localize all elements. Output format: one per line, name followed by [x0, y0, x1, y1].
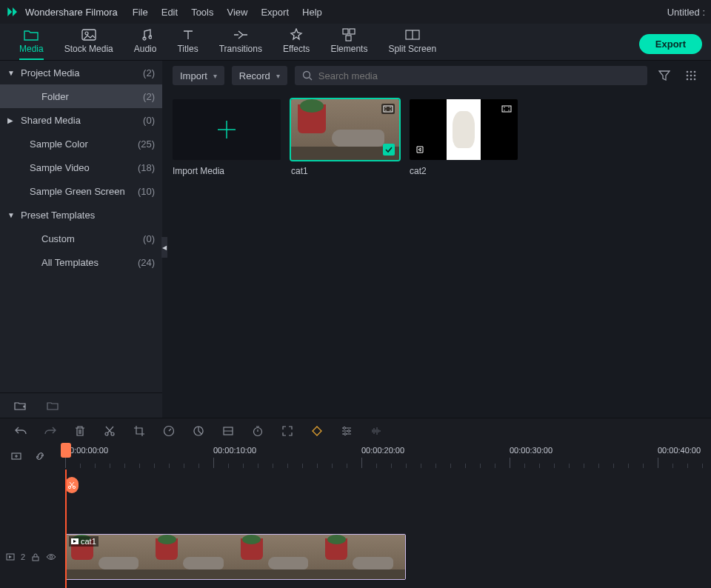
card-label: Import Media [173, 166, 281, 176]
delete-button[interactable] [73, 424, 87, 438]
green-screen-button[interactable] [221, 424, 236, 438]
sidebar-item-sample-video[interactable]: Sample Video(18) [0, 156, 162, 179]
menu-edit[interactable]: Edit [161, 7, 178, 18]
menu-export[interactable]: Export [261, 7, 289, 18]
document-title: Untitled : [667, 7, 705, 18]
undo-button[interactable] [13, 424, 28, 438]
plus-icon [213, 116, 240, 143]
import-media-card[interactable]: Import Media [173, 99, 281, 176]
search-input[interactable] [318, 70, 640, 81]
folder-button[interactable] [43, 396, 62, 415]
tab-elements[interactable]: Elements [320, 25, 378, 60]
export-button[interactable]: Export [639, 34, 702, 54]
track-add-button[interactable] [9, 449, 24, 464]
fullscreen-button[interactable] [280, 424, 295, 438]
cut-button[interactable] [102, 424, 117, 438]
lock-icon[interactable] [31, 552, 40, 561]
tab-transitions[interactable]: Transitions [209, 25, 273, 60]
sidebar-item-sample-green-screen[interactable]: Sample Green Screen(10) [0, 179, 162, 203]
svg-point-24 [390, 107, 390, 107]
menu-view[interactable]: View [227, 7, 247, 18]
sidebar-item-folder[interactable]: Folder(2) [0, 84, 162, 108]
collapse-sidebar-handle[interactable]: ◀ [161, 237, 167, 258]
transition-icon [233, 28, 248, 41]
speed-button[interactable] [161, 424, 176, 438]
sidebar-item-shared-media[interactable]: ▶Shared Media(0) [0, 108, 162, 132]
tab-label: Effects [283, 44, 310, 54]
tab-effects[interactable]: Effects [273, 25, 320, 60]
tab-label: Split Screen [388, 44, 436, 54]
chevron-down-icon: ▾ [276, 72, 280, 80]
menu-help[interactable]: Help [302, 7, 322, 18]
add-to-timeline-icon[interactable] [414, 144, 426, 156]
sidebar-item-sample-color[interactable]: Sample Color(25) [0, 132, 162, 156]
redo-button[interactable] [43, 424, 58, 438]
cut-marker[interactable] [65, 477, 79, 493]
media-card-cat2[interactable]: cat2 [410, 99, 518, 176]
svg-point-10 [690, 71, 692, 73]
import-dropdown[interactable]: Import▾ [173, 66, 224, 85]
svg-point-31 [508, 110, 509, 110]
sidebar-list: ▼Project Media(2) Folder(2) ▶Shared Medi… [0, 61, 162, 392]
svg-point-13 [690, 75, 692, 77]
keyframe-button[interactable] [310, 424, 324, 438]
video-track[interactable]: 2 cat1 [0, 530, 711, 584]
folder-icon [24, 28, 39, 41]
media-card-cat1[interactable]: cat1 [291, 99, 399, 176]
svg-point-39 [348, 430, 350, 432]
media-thumb[interactable] [291, 99, 399, 160]
sidebar-item-custom[interactable]: Custom(0) [0, 227, 162, 250]
media-thumb[interactable] [410, 99, 518, 160]
sidebar: ▼Project Media(2) Folder(2) ▶Shared Medi… [0, 61, 162, 418]
sidebar-item-project-media[interactable]: ▼Project Media(2) [0, 61, 162, 84]
tab-label: Media [19, 44, 44, 54]
timeline-clip-cat1[interactable]: cat1 [65, 534, 406, 580]
tab-media[interactable]: Media [9, 25, 54, 60]
svg-point-46 [50, 555, 53, 558]
timeline-toolbar [0, 418, 711, 443]
titlebar: Wondershare Filmora File Edit Tools View… [0, 0, 711, 24]
svg-rect-3 [350, 29, 355, 34]
svg-point-9 [687, 71, 689, 73]
sidebar-bottom-toolbar [0, 392, 162, 418]
tab-titles[interactable]: Titles [167, 25, 208, 60]
clip-title: cat1 [69, 536, 99, 547]
color-button[interactable] [191, 424, 206, 438]
grid-view-button[interactable] [681, 66, 701, 85]
import-thumb[interactable] [173, 99, 281, 160]
new-folder-button[interactable] [10, 396, 30, 415]
link-button[interactable] [33, 449, 47, 464]
tab-split-screen[interactable]: Split Screen [378, 25, 447, 60]
image-icon [81, 28, 96, 41]
crop-button[interactable] [132, 424, 147, 438]
timeline-ruler[interactable]: 00:00:00:0000:00:10:0000:00:20:0000:00:3… [65, 443, 711, 470]
svg-point-16 [690, 78, 692, 81]
marker-zone [0, 470, 711, 501]
audio-button[interactable] [369, 424, 384, 438]
menu-file[interactable]: File [133, 7, 148, 18]
playhead[interactable] [65, 470, 67, 588]
media-area: ◀ Import▾ Record▾ Import Media [162, 61, 711, 418]
video-track-icon [6, 552, 15, 561]
menu-tools[interactable]: Tools [191, 7, 213, 18]
sidebar-item-preset-templates[interactable]: ▼Preset Templates [0, 203, 162, 227]
svg-point-11 [694, 71, 696, 73]
tab-audio[interactable]: Audio [124, 25, 167, 60]
adjust-button[interactable] [339, 424, 354, 438]
tab-label: Audio [134, 44, 157, 54]
svg-point-7 [303, 72, 310, 78]
filter-button[interactable] [655, 66, 674, 85]
sidebar-item-all-templates[interactable]: All Templates(24) [0, 250, 162, 274]
svg-point-38 [344, 427, 346, 429]
record-dropdown[interactable]: Record▾ [232, 66, 287, 85]
svg-point-15 [687, 78, 689, 81]
tab-label: Titles [177, 44, 198, 54]
tab-stock-media[interactable]: Stock Media [54, 25, 124, 60]
svg-point-25 [390, 110, 390, 110]
media-grid: Import Media cat1 cat2 [162, 90, 711, 185]
duration-button[interactable] [250, 424, 265, 438]
svg-point-22 [385, 107, 386, 107]
media-topbar: Import▾ Record▾ [162, 61, 711, 90]
eye-icon[interactable] [46, 553, 56, 561]
search-box[interactable] [295, 66, 647, 85]
